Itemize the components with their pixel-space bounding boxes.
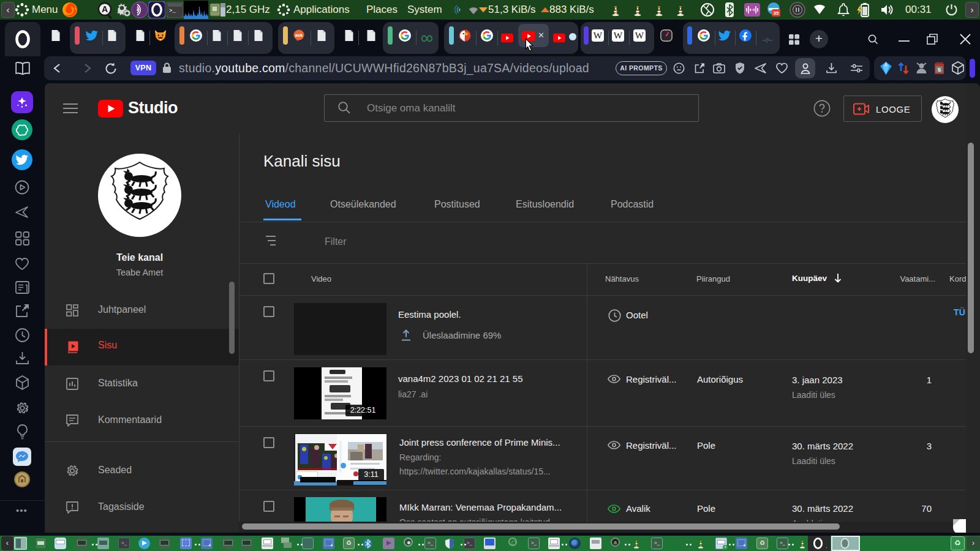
- svg-text:W: W: [635, 30, 644, 40]
- svg-text:>_: >_: [169, 8, 176, 14]
- svg-text:W: W: [594, 30, 603, 40]
- svg-text:W: W: [614, 30, 623, 40]
- svg-text:5: 5: [938, 67, 941, 73]
- svg-text:ask: ask: [295, 32, 303, 38]
- svg-text:A: A: [102, 4, 108, 14]
- svg-text:35: 35: [774, 10, 779, 16]
